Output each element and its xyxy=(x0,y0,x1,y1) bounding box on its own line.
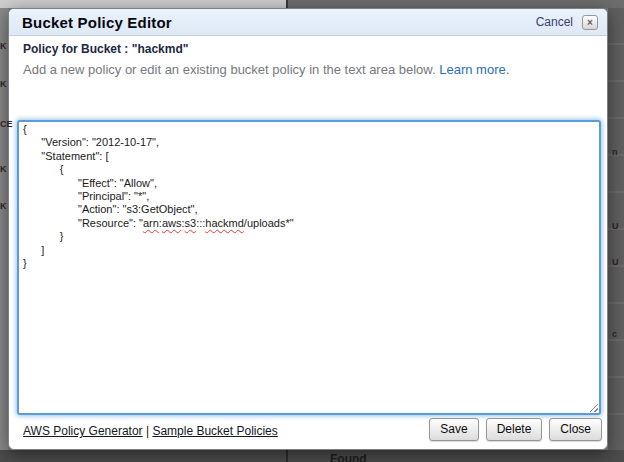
resize-handle-icon[interactable] xyxy=(587,401,598,412)
backdrop-top-right xyxy=(288,0,624,8)
backdrop-text-fragment: Found xyxy=(330,452,367,462)
description-body: Add a new policy or edit an existing buc… xyxy=(23,62,439,77)
backdrop-bottom-strip xyxy=(0,450,624,462)
learn-more-link[interactable]: Learn more. xyxy=(439,62,509,77)
sample-bucket-policies-link[interactable]: Sample Bucket Policies xyxy=(152,424,277,438)
policy-json-text: { "Version": "2012-10-17", "Statement": … xyxy=(23,123,595,270)
close-button[interactable]: Close xyxy=(549,418,602,441)
backdrop-left-strip xyxy=(0,8,8,452)
link-separator: | xyxy=(143,424,153,438)
backdrop-bottom-divider xyxy=(286,450,288,462)
delete-button[interactable]: Delete xyxy=(486,418,543,441)
dialog-title: Bucket Policy Editor xyxy=(22,14,536,31)
cancel-link[interactable]: Cancel xyxy=(536,15,573,29)
policy-textarea[interactable]: { "Version": "2012-10-17", "Statement": … xyxy=(17,120,601,415)
backdrop-right-fragment: U xyxy=(612,222,619,231)
backdrop-left-fragment: K xyxy=(0,165,7,174)
aws-policy-generator-link[interactable]: AWS Policy Generator xyxy=(23,424,143,438)
backdrop-right-fragment: n xyxy=(612,148,618,157)
backdrop-right-fragment: U xyxy=(612,258,619,267)
backdrop-left-fragment: K xyxy=(0,202,7,211)
backdrop-left-fragment: CE xyxy=(0,120,13,129)
backdrop-right-fragment: c xyxy=(612,330,617,339)
footer-links: AWS Policy Generator | Sample Bucket Pol… xyxy=(23,424,278,438)
close-icon[interactable]: × xyxy=(582,15,598,30)
dialog-header: Bucket Policy Editor Cancel × xyxy=(9,9,607,36)
backdrop-left-fragment: K xyxy=(0,42,7,51)
backdrop-left-fragment: K xyxy=(0,80,7,89)
backdrop-top-divider xyxy=(286,0,288,8)
description-text: Add a new policy or edit an existing buc… xyxy=(23,62,509,77)
policy-for-bucket-label: Policy for Bucket : "hackmd" xyxy=(23,42,188,56)
screen: Found Bucket Policy Editor Cancel × Poli… xyxy=(0,0,624,462)
footer-buttons: Save Delete Close xyxy=(429,418,602,441)
save-button[interactable]: Save xyxy=(429,418,478,441)
bucket-policy-editor-dialog: Bucket Policy Editor Cancel × Policy for… xyxy=(8,8,608,450)
backdrop-top-left xyxy=(0,0,286,8)
